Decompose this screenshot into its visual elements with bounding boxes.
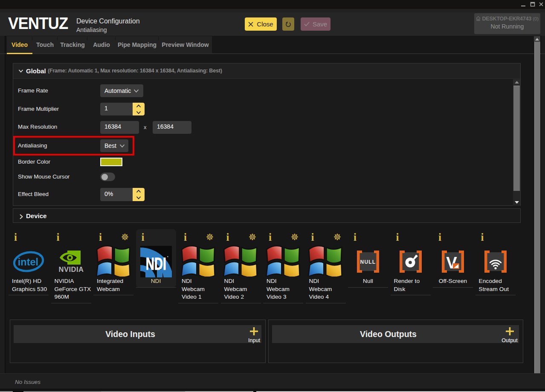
svg-text:NVIDIA: NVIDIA	[58, 265, 84, 273]
svg-text:intel: intel	[18, 257, 38, 268]
svg-text:NULL: NULL	[360, 259, 376, 265]
svg-text:NDI: NDI	[145, 254, 166, 274]
svg-text:V: V	[446, 254, 457, 272]
